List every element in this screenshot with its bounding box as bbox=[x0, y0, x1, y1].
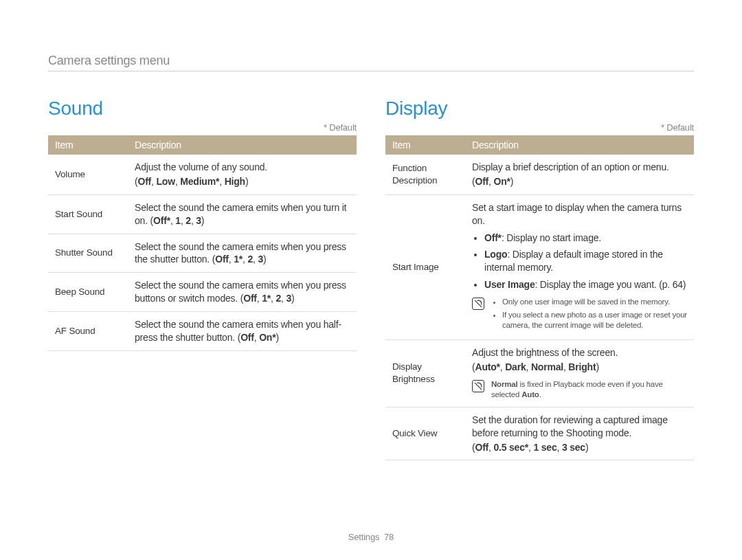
table-row: Display Brightness Adjust the brightness… bbox=[385, 339, 694, 407]
item-desc: Display a brief description of an option… bbox=[465, 155, 694, 194]
col-item: Item bbox=[385, 135, 465, 155]
sound-table: Item Description Volume Adjust the volum… bbox=[48, 135, 357, 351]
note-icon bbox=[472, 298, 484, 310]
item-desc: Select the sound the camera emits when y… bbox=[128, 234, 357, 273]
default-note: * Default bbox=[48, 122, 357, 133]
note-text: If you select a new photo as a user imag… bbox=[502, 310, 687, 331]
item-desc: Select the sound the camera emits when y… bbox=[128, 194, 357, 234]
display-table: Item Description Function Description Di… bbox=[385, 135, 694, 460]
note-text: Only one user image will be saved in the… bbox=[502, 297, 687, 307]
item-name: Shutter Sound bbox=[48, 234, 128, 273]
table-row: Volume Adjust the volume of any sound. (… bbox=[48, 155, 357, 194]
item-desc: Set a start image to display when the ca… bbox=[465, 194, 694, 339]
col-desc: Description bbox=[128, 135, 357, 155]
display-title: Display bbox=[385, 98, 694, 120]
table-row: AF Sound Select the sound the camera emi… bbox=[48, 312, 357, 351]
table-row: Function Description Display a brief des… bbox=[385, 155, 694, 194]
item-desc: Select the sound the camera emits when y… bbox=[128, 273, 357, 312]
item-name: Beep Sound bbox=[48, 273, 128, 312]
page-footer: Settings 78 bbox=[0, 532, 742, 542]
note-box: Normal is fixed in Playback mode even if… bbox=[472, 379, 687, 401]
footer-page: 78 bbox=[384, 532, 394, 542]
item-desc: Adjust the volume of any sound. (Off, Lo… bbox=[128, 155, 357, 194]
item-desc: Select the sound the camera emits when y… bbox=[128, 312, 357, 351]
item-name: Volume bbox=[48, 155, 128, 194]
item-desc: Set the duration for reviewing a capture… bbox=[465, 407, 694, 460]
item-desc: Adjust the brightness of the screen. (Au… bbox=[465, 339, 694, 407]
item-name: Function Description bbox=[385, 155, 465, 194]
default-note: * Default bbox=[385, 122, 694, 133]
note-box: Only one user image will be saved in the… bbox=[472, 297, 687, 333]
breadcrumb: Camera settings menu bbox=[48, 54, 694, 71]
table-row: Start Sound Select the sound the camera … bbox=[48, 194, 357, 234]
table-row: Quick View Set the duration for reviewin… bbox=[385, 407, 694, 460]
table-row: Start Image Set a start image to display… bbox=[385, 194, 694, 339]
sound-title: Sound bbox=[48, 98, 357, 120]
item-name: AF Sound bbox=[48, 312, 128, 351]
display-section: Display * Default Item Description Funct… bbox=[385, 98, 694, 460]
note-icon bbox=[472, 380, 484, 392]
item-name: Quick View bbox=[385, 407, 465, 460]
footer-section: Settings bbox=[348, 532, 379, 542]
item-name: Display Brightness bbox=[385, 339, 465, 407]
item-name: Start Sound bbox=[48, 194, 128, 234]
table-row: Beep Sound Select the sound the camera e… bbox=[48, 273, 357, 312]
sound-section: Sound * Default Item Description Volume … bbox=[48, 98, 357, 460]
table-row: Shutter Sound Select the sound the camer… bbox=[48, 234, 357, 273]
item-name: Start Image bbox=[385, 194, 465, 339]
col-desc: Description bbox=[465, 135, 694, 155]
col-item: Item bbox=[48, 135, 128, 155]
